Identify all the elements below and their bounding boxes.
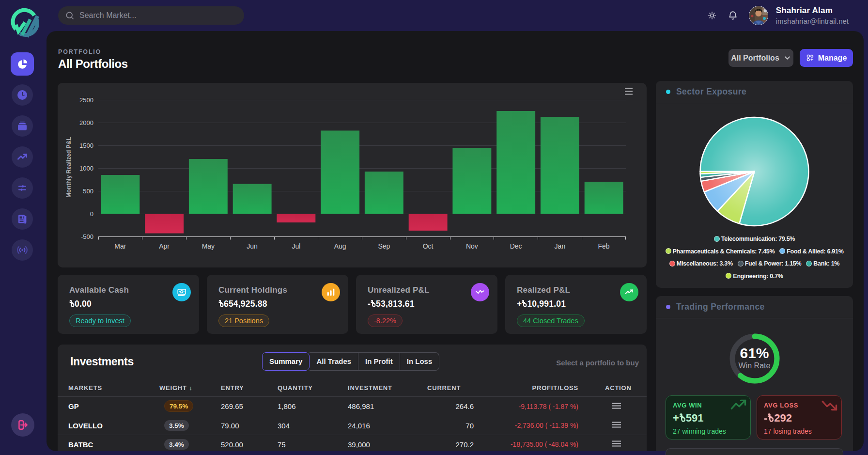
svg-text:Nov: Nov [466, 242, 478, 250]
svg-text:Mar: Mar [114, 242, 126, 250]
svg-text:Jul: Jul [292, 242, 300, 250]
svg-text:Feb: Feb [598, 242, 610, 250]
svg-text:0: 0 [90, 210, 93, 218]
svg-text:Jun: Jun [247, 242, 258, 250]
svg-text:-500: -500 [81, 233, 93, 240]
svg-text:2000: 2000 [79, 119, 93, 126]
svg-text:May: May [202, 242, 215, 250]
svg-text:2500: 2500 [79, 96, 93, 104]
svg-text:1500: 1500 [79, 142, 93, 149]
svg-text:Aug: Aug [334, 242, 346, 250]
svg-text:Dec: Dec [510, 242, 522, 250]
svg-text:Apr: Apr [159, 242, 170, 250]
svg-text:Jan: Jan [555, 242, 566, 250]
svg-text:Monthly Realized P&L: Monthly Realized P&L [65, 137, 72, 197]
svg-text:500: 500 [83, 188, 93, 195]
svg-text:Sep: Sep [378, 242, 390, 250]
svg-text:Oct: Oct [423, 242, 434, 250]
svg-text:1000: 1000 [79, 165, 93, 172]
